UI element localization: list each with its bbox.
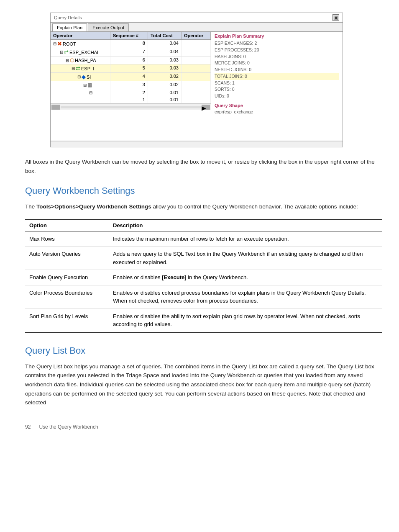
section-heading-workbench-settings: Query Workbench Settings (25, 185, 382, 196)
operator-name: HASH_PA (75, 58, 96, 63)
summary-line: TOTAL JOINS: 0 (215, 73, 339, 80)
tab-execute-output[interactable]: Execute Output (88, 23, 129, 31)
tree-expand-icon[interactable]: ⊟ (77, 75, 81, 79)
op-icon: ✖ (57, 41, 62, 47)
cost-cell: 0.02 (148, 81, 182, 89)
option-cell: Max Rows (25, 231, 109, 247)
summary-line: ESP PROCESSES: 20 (215, 47, 339, 54)
table-row: Auto Version Queries Adds a new query to… (25, 247, 382, 270)
intro-bold: Tools>Options>Query Workbench Settings (36, 203, 151, 210)
summary-line: NESTED JOINS: 0 (215, 67, 339, 73)
query-details-title-bar: Query Details ▣ (51, 13, 343, 23)
col-header-cost: Total Cost (148, 32, 182, 39)
body-paragraph: All boxes in the Query Workbench can be … (25, 157, 382, 175)
operator-cell: ⊟ ⬡ HASH_PA (51, 57, 110, 64)
operator-name: ESP_EXCHAI (69, 50, 98, 55)
op2-cell (182, 81, 211, 89)
op2-cell (182, 73, 211, 81)
page-footer: 92 Use the Query Workbench (25, 424, 382, 430)
tree-expand-icon[interactable]: ⊟ (89, 90, 92, 95)
explain-plan-summary-panel: Explain Plan Summary ESP EXCHANGES: 2 ES… (211, 32, 343, 141)
op-icon: ⇄ (64, 49, 69, 55)
table-header-row: Option Description (25, 219, 382, 231)
summary-line: SCANS: 1 (215, 80, 339, 87)
query-details-box: Query Details ▣ Explain Plan Execute Out… (50, 13, 343, 147)
table-row: Sort Plan Grid by Levels Enables or disa… (25, 308, 382, 332)
sequence-cell: 1 (110, 96, 148, 103)
summary-line: SORTS: 0 (215, 86, 339, 93)
option-cell: Color Process Boundaries (25, 285, 109, 308)
summary-title: Explain Plan Summary (215, 33, 339, 39)
grid-header-row: Operator Sequence # Total Cost Operator (51, 32, 211, 40)
op-icon: ◆ (82, 74, 86, 80)
op-icon: ▦ (87, 82, 92, 88)
op2-cell (182, 89, 211, 96)
op2-cell (182, 64, 211, 72)
summary-line: ESP EXCHANGES: 2 (215, 40, 339, 47)
operator-cell: ⊟ ⇄ ESP_I (51, 64, 110, 72)
op2-cell (182, 57, 211, 64)
section-intro: The Tools>Options>Query Workbench Settin… (25, 202, 382, 211)
query-shape-title: Query Shape (215, 103, 339, 108)
tree-expand-icon[interactable]: ⊟ (83, 83, 87, 87)
tabs-bar: Explain Plan Execute Output (51, 23, 343, 32)
sequence-cell: 4 (110, 73, 148, 81)
operator-cell: ⊟ ◆ SI (51, 73, 110, 81)
cost-cell: 0.04 (148, 48, 182, 56)
table-row: ⊟ ⬡ HASH_PA 6 0.03 (51, 57, 211, 64)
description-cell: Enables or disables the ability to sort … (109, 308, 382, 332)
maximize-button[interactable]: ▣ (332, 14, 339, 21)
option-cell: Sort Plan Grid by Levels (25, 308, 109, 332)
sequence-cell: 8 (110, 40, 148, 48)
table-row: 1 0.01 (51, 96, 211, 103)
op2-cell (182, 96, 211, 103)
table-row: ⊟ ◆ SI 4 0.02 (51, 73, 211, 81)
col-option-header: Option (25, 219, 109, 231)
tree-expand-icon[interactable]: ⊟ (66, 58, 69, 63)
footer-text: Use the Query Workbench (39, 424, 98, 430)
operator-cell: ⊟ ✖ ROOT (51, 40, 110, 48)
summary-line: HASH JOINS: 0 (215, 54, 339, 60)
query-details-title-text: Query Details (54, 15, 82, 20)
sequence-cell: 5 (110, 64, 148, 72)
col-header-operator: Operator (51, 32, 110, 39)
description-cell: Enables or disables colored process boun… (109, 285, 382, 308)
op-icon: ⬡ (70, 57, 74, 63)
operator-cell (51, 96, 110, 103)
table-row: ⊟ ▦ 3 0.02 (51, 81, 211, 89)
option-cell: Enable Query Execution (25, 270, 109, 285)
table-row: ⊟ ⇄ ESP_EXCHAI 7 0.04 (51, 48, 211, 57)
explain-plan-grid: Operator Sequence # Total Cost Operator … (51, 32, 211, 141)
operator-cell: ⊟ ⇄ ESP_EXCHAI (51, 48, 110, 56)
query-content: Operator Sequence # Total Cost Operator … (51, 32, 343, 141)
query-list-body: The Query List box helps you manage a se… (25, 362, 382, 407)
operator-cell: ⊟ ▦ (51, 81, 110, 89)
col-header-op2: Operator (182, 32, 211, 39)
sequence-cell: 7 (110, 48, 148, 56)
col-description-header: Description (109, 219, 382, 231)
option-cell: Auto Version Queries (25, 247, 109, 270)
tree-expand-icon[interactable]: ⊟ (72, 66, 75, 71)
description-cell: Adds a new query to the SQL Text box in … (109, 247, 382, 270)
col-header-sequence: Sequence # (110, 32, 148, 39)
bottom-scroll-area[interactable] (51, 141, 343, 147)
operator-name: ROOT (63, 41, 76, 46)
op2-cell (182, 48, 211, 56)
page-number: 92 (25, 424, 31, 430)
table-row: Max Rows Indicates the maximum number of… (25, 231, 382, 247)
tab-explain-plan[interactable]: Explain Plan (52, 23, 87, 31)
table-row: ⊟ 2 0.01 (51, 89, 211, 96)
execute-bold: [Execute] (162, 274, 187, 280)
summary-line: MERGE JOINS: 0 (215, 60, 339, 67)
cost-cell: 0.04 (148, 40, 182, 48)
cost-cell: 0.01 (148, 96, 182, 103)
operator-cell: ⊟ (51, 89, 110, 96)
description-cell: Enables or disables [Execute] in the Que… (109, 270, 382, 285)
horizontal-scrollbar-left[interactable]: ▶ (51, 103, 211, 110)
tree-expand-icon[interactable]: ⊟ (60, 50, 63, 54)
table-row: ⊟ ⇄ ESP_I 5 0.03 (51, 64, 211, 73)
tree-expand-icon[interactable]: ⊟ (53, 41, 56, 46)
op-icon: ⇄ (76, 65, 80, 72)
cost-cell: 0.01 (148, 89, 182, 96)
query-shape-value: expr(esp_exchange (215, 109, 339, 116)
